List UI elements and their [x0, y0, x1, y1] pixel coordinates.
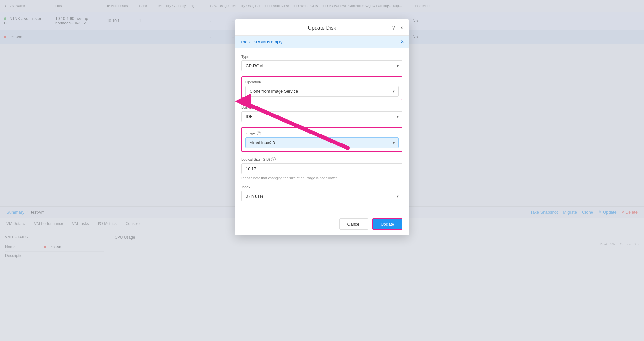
form-group-index: Index 0 (in use) — [242, 185, 402, 201]
image-select[interactable]: AlmaLinux9.3 — [245, 137, 399, 148]
type-select[interactable]: CD-ROM — [242, 60, 402, 71]
dialog-body: Type CD-ROM Operation Clone from Image S… — [235, 48, 409, 213]
form-group-operation-highlighted: Operation Clone from Image Service — [242, 76, 402, 100]
logical-size-help-icon[interactable]: ? — [271, 157, 276, 161]
bus-type-label: Bus Type — [242, 106, 402, 109]
info-banner-text: The CD-ROM is empty. — [240, 40, 283, 44]
form-group-logical-size: Logical Size (GiB) ? Please note that ch… — [242, 157, 402, 180]
index-select-wrapper: 0 (in use) — [242, 191, 402, 201]
bus-type-select[interactable]: IDE — [242, 111, 402, 122]
dialog-icons: ? × — [392, 24, 404, 32]
operation-select-wrapper: Clone from Image Service — [245, 86, 399, 97]
type-select-wrapper: CD-ROM — [242, 60, 402, 71]
dialog-footer: Cancel Update — [235, 213, 409, 235]
logical-size-hint: Please note that changing the size of an… — [242, 176, 402, 180]
update-disk-dialog: Update Disk ? × The CD-ROM is empty. × T… — [235, 19, 409, 235]
operation-select[interactable]: Clone from Image Service — [245, 86, 399, 97]
image-select-wrapper: AlmaLinux9.3 — [245, 137, 399, 148]
page-root: ▲ VM Name Host IP Addresses Cores Memory… — [0, 0, 644, 341]
image-label: Image ? — [245, 131, 399, 135]
dialog-help-button[interactable]: ? — [392, 24, 396, 32]
dialog-close-button[interactable]: × — [400, 24, 404, 32]
form-group-image-highlighted: Image ? AlmaLinux9.3 — [242, 127, 402, 152]
dialog-title: Update Disk — [308, 25, 336, 31]
index-select[interactable]: 0 (in use) — [242, 191, 402, 201]
info-banner: The CD-ROM is empty. × — [235, 36, 409, 48]
form-group-type: Type CD-ROM — [242, 55, 402, 71]
form-group-bus-type: Bus Type IDE — [242, 106, 402, 122]
index-label: Index — [242, 185, 402, 189]
image-help-icon[interactable]: ? — [257, 131, 261, 135]
bus-type-select-wrapper: IDE — [242, 111, 402, 122]
dialog-header: Update Disk ? × — [235, 19, 409, 36]
update-button[interactable]: Update — [372, 218, 402, 230]
logical-size-input[interactable] — [242, 163, 402, 174]
cancel-button[interactable]: Cancel — [339, 218, 368, 230]
type-label: Type — [242, 55, 402, 59]
logical-size-label: Logical Size (GiB) ? — [242, 157, 402, 161]
operation-label: Operation — [245, 80, 399, 84]
info-banner-close[interactable]: × — [401, 39, 404, 45]
modal-overlay: Update Disk ? × The CD-ROM is empty. × T… — [0, 0, 644, 341]
